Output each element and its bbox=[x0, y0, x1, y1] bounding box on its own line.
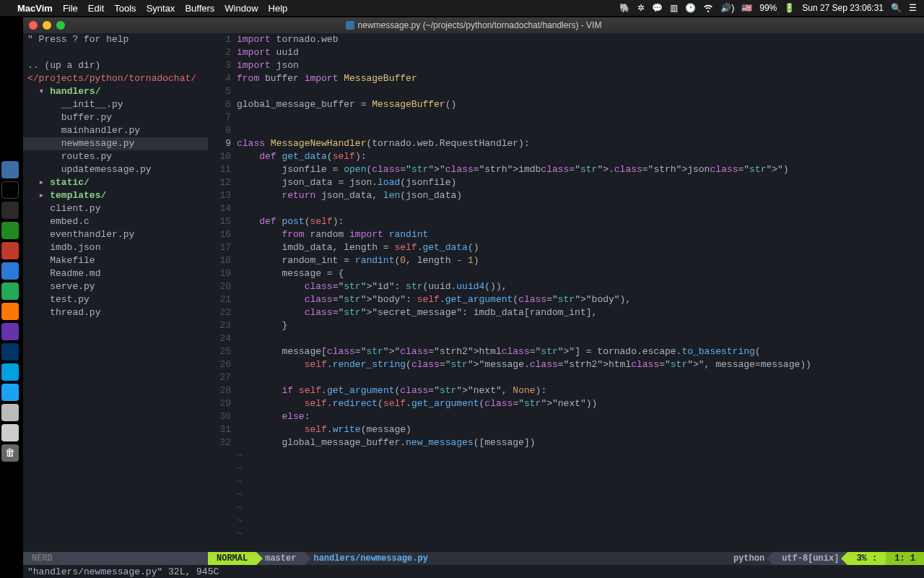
menu-buffers[interactable]: Buffers bbox=[185, 3, 214, 14]
airline-position: 1: 1 bbox=[886, 552, 924, 565]
evernote-icon[interactable]: 🐘 bbox=[619, 3, 630, 13]
battery-icon[interactable]: 🔋 bbox=[784, 3, 795, 13]
menu-extra-icon[interactable]: ▥ bbox=[670, 3, 678, 13]
airline-filetype: python bbox=[725, 552, 773, 565]
dock-skype-icon[interactable] bbox=[1, 363, 19, 381]
python-file-icon bbox=[346, 21, 354, 30]
dock-document-icon[interactable] bbox=[1, 424, 19, 441]
code-pane[interactable]: 1234567891011121314151617181920212223242… bbox=[208, 33, 924, 552]
messages-icon[interactable]: 💬 bbox=[652, 3, 663, 13]
status-icon[interactable]: ✲ bbox=[637, 3, 645, 13]
macvim-window: newmessage.py (~/projects/python/tornado… bbox=[23, 17, 924, 578]
line-gutter: 1234567891011121314151617181920212223242… bbox=[208, 33, 237, 552]
dock-slack-icon[interactable] bbox=[1, 323, 19, 340]
dock-app-icon[interactable] bbox=[1, 262, 19, 280]
airline-filename: handlers/newmessage.py bbox=[305, 552, 436, 565]
airline-encoding: utf-8[unix] bbox=[773, 552, 847, 565]
dock-terminal-icon[interactable] bbox=[1, 181, 19, 199]
dock-finder-icon[interactable] bbox=[1, 161, 19, 178]
app-name[interactable]: MacVim bbox=[17, 3, 53, 14]
menu-window[interactable]: Window bbox=[225, 3, 258, 14]
battery-percent: 99% bbox=[759, 3, 777, 13]
menu-edit[interactable]: Edit bbox=[88, 3, 104, 14]
code-source[interactable]: import tornado.webimport uuidimport json… bbox=[237, 33, 924, 552]
airline-branch: master bbox=[256, 552, 305, 565]
wifi-icon[interactable] bbox=[703, 3, 713, 13]
dock-twitter-icon[interactable] bbox=[1, 384, 19, 401]
flag-icon[interactable]: 🇺🇸 bbox=[741, 3, 752, 13]
airline-nerd-label: NERD bbox=[23, 552, 208, 565]
vim-command-line[interactable]: "handlers/newmessage.py" 32L, 945C bbox=[23, 565, 924, 578]
macos-menubar: MacVim File Edit Tools Syntax Buffers Wi… bbox=[0, 0, 924, 16]
dock-app-icon[interactable] bbox=[1, 242, 19, 259]
notification-center-icon[interactable]: ☰ bbox=[909, 3, 917, 13]
dock-app-icon[interactable] bbox=[1, 343, 19, 361]
window-maximize-button[interactable] bbox=[56, 21, 65, 30]
window-title: newmessage.py (~/projects/python/tornado… bbox=[358, 20, 602, 30]
airline-percent: 3% : bbox=[847, 552, 886, 565]
dock-app-icon[interactable] bbox=[1, 202, 19, 219]
menu-syntax[interactable]: Syntax bbox=[147, 3, 175, 14]
dock-trash-icon[interactable]: 🗑 bbox=[1, 444, 19, 462]
volume-icon[interactable]: 🔊) bbox=[720, 3, 734, 13]
clock[interactable]: Sun 27 Sep 23:06:31 bbox=[802, 3, 884, 13]
window-close-button[interactable] bbox=[29, 21, 38, 30]
dock-macvim-icon[interactable] bbox=[1, 222, 19, 239]
menu-help[interactable]: Help bbox=[269, 3, 288, 14]
menu-file[interactable]: File bbox=[63, 3, 78, 14]
nerdtree-pane[interactable]: " Press ? for help .. (up a dir)</projec… bbox=[23, 33, 208, 552]
window-titlebar[interactable]: newmessage.py (~/projects/python/tornado… bbox=[23, 17, 924, 33]
airline-mode: NORMAL bbox=[208, 552, 256, 565]
spotlight-icon[interactable]: 🔍 bbox=[891, 3, 902, 13]
dock-firefox-icon[interactable] bbox=[1, 303, 19, 320]
dock-document-icon[interactable] bbox=[1, 404, 19, 421]
dock-app-icon[interactable] bbox=[1, 282, 19, 300]
window-minimize-button[interactable] bbox=[43, 21, 51, 30]
dock: 🗑 bbox=[1, 159, 22, 464]
timemachine-icon[interactable]: 🕑 bbox=[685, 3, 696, 13]
menu-tools[interactable]: Tools bbox=[114, 3, 136, 14]
airline-statusbar: NERD NORMAL master handlers/newmessage.p… bbox=[23, 552, 924, 565]
